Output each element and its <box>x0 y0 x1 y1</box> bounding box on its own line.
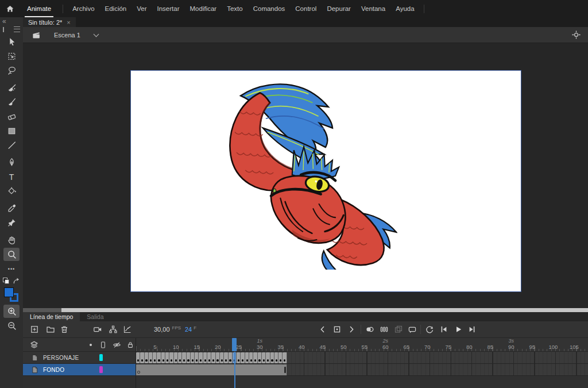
keyframe-cell[interactable] <box>195 352 199 363</box>
clip-center-icon[interactable] <box>571 30 581 40</box>
hand-tool[interactable] <box>3 233 20 247</box>
insert-frame-button[interactable] <box>29 324 40 335</box>
default-colors-icon[interactable] <box>3 278 9 284</box>
keyframe-cell[interactable] <box>169 352 173 363</box>
keyframe-cell[interactable] <box>178 352 182 363</box>
keyframe-cell[interactable] <box>203 352 207 363</box>
document-tab[interactable]: Sin título: 2* × <box>23 17 76 27</box>
menu-item-control[interactable]: Control <box>290 0 322 17</box>
previous-keyframe-button[interactable] <box>317 324 328 335</box>
menu-animate-tab[interactable]: Animate <box>20 0 59 17</box>
keyframe-cell[interactable] <box>174 352 178 363</box>
layer-label[interactable]: FONDO <box>23 364 136 375</box>
keyframe-cell[interactable] <box>211 352 215 363</box>
keyframe-cell[interactable] <box>270 352 274 363</box>
loop-button[interactable] <box>424 324 435 335</box>
tab-linea-de-tiempo[interactable]: Línea de tiempo <box>23 312 80 321</box>
keyframe-cell[interactable] <box>266 352 270 363</box>
stage[interactable] <box>130 70 521 292</box>
onion-skin-outlines-button[interactable] <box>378 324 390 335</box>
text-tool[interactable]: T <box>3 170 20 183</box>
swap-colors-icon[interactable] <box>13 277 20 285</box>
keyframe-cell[interactable] <box>157 352 161 363</box>
edit-toolbar-icon[interactable] <box>3 27 4 32</box>
classic-brush-tool[interactable] <box>3 95 20 109</box>
layer-row-fondo[interactable]: FONDO <box>23 364 588 376</box>
lock-all-layers-icon[interactable] <box>126 341 134 349</box>
edit-multiple-frames-button[interactable] <box>393 324 404 335</box>
playhead[interactable] <box>232 338 237 351</box>
layer-color-chip[interactable] <box>99 354 103 361</box>
keyframe-cell[interactable] <box>283 352 287 363</box>
menu-item-ventana[interactable]: Ventana <box>356 0 390 17</box>
keyframe-cell[interactable] <box>241 352 245 363</box>
keyframe-cell[interactable] <box>145 352 149 363</box>
keyframe-cell[interactable] <box>165 352 169 363</box>
keyframe-cell[interactable] <box>182 352 186 363</box>
scene-name[interactable]: Escena 1 <box>54 32 80 39</box>
keyframe-cell[interactable] <box>262 352 266 363</box>
horizontal-scrollbar[interactable] <box>23 308 588 312</box>
keyframe-cell[interactable] <box>253 352 257 363</box>
layer-label[interactable]: PERSONAJE <box>23 352 136 363</box>
menu-item-archivo[interactable]: Archivo <box>67 0 99 17</box>
menu-item-texto[interactable]: Texto <box>222 0 248 17</box>
keyframe-cell[interactable] <box>149 352 153 363</box>
lasso-tool[interactable] <box>3 64 20 77</box>
menu-item-ver[interactable]: Ver <box>131 0 152 17</box>
play-button[interactable] <box>452 324 464 335</box>
center-frame-button[interactable] <box>331 324 343 335</box>
collapse-panel-icon[interactable]: « <box>0 17 23 25</box>
new-folder-button[interactable] <box>45 324 56 335</box>
fluid-brush-tool[interactable] <box>3 81 20 94</box>
keyframe-cell[interactable] <box>237 352 241 363</box>
current-frame-field[interactable]: 24 F <box>185 321 196 337</box>
step-back-button[interactable] <box>438 324 450 335</box>
fps-field[interactable]: 30,00 FPS <box>154 321 181 337</box>
keyframe-cell[interactable] <box>153 352 157 363</box>
keyframe-cell[interactable] <box>229 352 233 363</box>
pen-tool[interactable] <box>3 156 20 169</box>
chevron-down-icon[interactable] <box>93 31 99 37</box>
keyframe-cell[interactable] <box>258 352 262 363</box>
panel-menu-icon[interactable] <box>14 26 20 32</box>
more-tools-button[interactable]: ••• <box>3 262 20 275</box>
keyframe-cell[interactable] <box>245 352 249 363</box>
outline-view-icon[interactable] <box>101 341 105 348</box>
pasteboard[interactable] <box>23 43 588 312</box>
keyframe-cell[interactable] <box>136 352 140 363</box>
menu-item-ayuda[interactable]: Ayuda <box>390 0 419 17</box>
keyframe-cell[interactable] <box>140 352 144 363</box>
fill-stroke-colors[interactable] <box>4 287 19 302</box>
delete-button[interactable] <box>59 324 70 335</box>
camera-button[interactable] <box>92 324 103 335</box>
layer-frames-track[interactable] <box>136 364 588 375</box>
eraser-tool[interactable] <box>3 110 20 123</box>
timeline-ruler[interactable]: 5101520253035404550556065707580859095100… <box>136 338 588 352</box>
line-tool[interactable] <box>3 139 20 152</box>
keyframe-cell[interactable] <box>207 352 211 363</box>
hide-all-layers-icon[interactable] <box>113 340 121 349</box>
layer-panel-empty[interactable] <box>23 376 136 388</box>
layer-frames-track[interactable] <box>136 352 588 363</box>
fill-color-swatch[interactable] <box>4 287 14 297</box>
menu-item-modificar[interactable]: Modificar <box>185 0 222 17</box>
paint-bucket-tool[interactable] <box>3 185 20 198</box>
zoom-in-button[interactable] <box>3 305 20 318</box>
step-forward-button[interactable] <box>466 324 478 335</box>
keyframe-cell[interactable] <box>220 352 224 363</box>
frame-range-button[interactable] <box>407 324 418 335</box>
menu-item-depurar[interactable]: Depurar <box>322 0 356 17</box>
menu-item-comandos[interactable]: Comandos <box>248 0 291 17</box>
rectangle-tool[interactable] <box>3 124 20 137</box>
onion-skin-button[interactable] <box>364 324 376 335</box>
frame-span[interactable] <box>136 364 287 375</box>
menu-item-insertar[interactable]: Insertar <box>152 0 185 17</box>
layer-parenting-button[interactable] <box>107 324 119 335</box>
keyframe-cell[interactable] <box>216 352 220 363</box>
graph-editor-button[interactable] <box>122 324 133 335</box>
keyframe-cell[interactable] <box>249 352 253 363</box>
keyframe-cell[interactable] <box>161 352 165 363</box>
keyframe-cell[interactable] <box>278 352 283 363</box>
keyframe-cell[interactable] <box>191 352 195 363</box>
